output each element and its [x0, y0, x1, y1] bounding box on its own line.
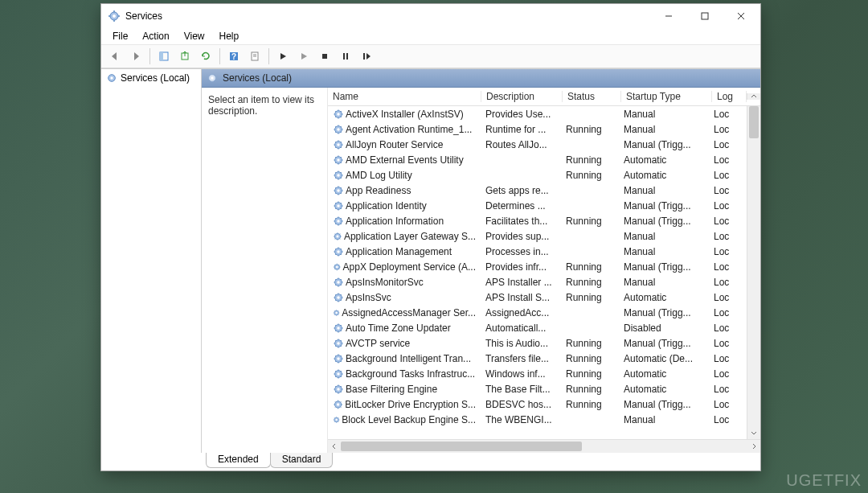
service-row[interactable]: Base Filtering EngineThe Base Filt...Run… [328, 381, 760, 396]
service-row[interactable]: ActiveX Installer (AxInstSV)Provides Use… [328, 106, 760, 121]
service-icon [333, 261, 342, 273]
service-row[interactable]: Application InformationFacilitates th...… [328, 213, 760, 228]
service-row[interactable]: App ReadinessGets apps re...ManualLoc [328, 183, 760, 198]
minimize-button[interactable] [650, 5, 686, 27]
service-row[interactable]: AllJoyn Router ServiceRoutes AllJo...Man… [328, 137, 760, 152]
export-button[interactable] [175, 47, 194, 66]
stop-service-button[interactable] [315, 47, 334, 66]
svg-line-162 [334, 310, 335, 311]
pause-service-button[interactable] [336, 47, 355, 66]
service-row[interactable]: Application Layer Gateway S...Provides s… [328, 228, 760, 244]
service-name: Application Management [346, 246, 452, 257]
svg-text:?: ? [231, 52, 236, 61]
back-button[interactable] [105, 47, 125, 66]
svg-line-42 [335, 126, 336, 127]
svg-point-197 [337, 372, 340, 376]
service-startup: Manual [619, 414, 709, 425]
tab-standard[interactable]: Standard [270, 453, 334, 468]
help-button[interactable]: ? [224, 47, 244, 66]
scroll-down-arrow[interactable] [747, 426, 760, 439]
svg-line-93 [341, 208, 342, 209]
svg-point-127 [336, 265, 338, 268]
col-startup-type[interactable]: Startup Type [621, 91, 712, 102]
vertical-scrollbar[interactable] [747, 106, 760, 439]
col-logon[interactable]: Log [712, 91, 747, 102]
service-row[interactable]: Block Level Backup Engine S...The WBENGI… [328, 412, 760, 427]
service-name: AppX Deployment Service (A... [343, 261, 476, 273]
titlebar[interactable]: Services [101, 4, 760, 28]
service-row[interactable]: AssignedAccessManager Ser...AssignedAcc.… [328, 305, 760, 320]
service-row[interactable]: AMD Log UtilityRunningAutomaticLoc [328, 167, 760, 183]
svg-line-113 [340, 238, 341, 239]
service-desc: Determines ... [481, 200, 561, 212]
svg-line-155 [335, 300, 336, 301]
forward-button[interactable] [126, 47, 145, 66]
service-row[interactable]: ApsInsMonitorSvcAPS Installer ...Running… [328, 274, 760, 290]
svg-point-37 [337, 128, 340, 131]
svg-line-145 [335, 285, 336, 286]
menu-view[interactable]: View [178, 29, 211, 43]
service-status: Running [561, 216, 619, 227]
maximize-button[interactable] [686, 5, 723, 27]
service-row[interactable]: BitLocker Drive Encryption S...BDESVC ho… [328, 396, 760, 412]
svg-line-112 [335, 233, 336, 234]
col-name[interactable]: Name [328, 91, 481, 102]
start-service-button[interactable] [273, 47, 293, 66]
service-row[interactable]: AVCTP serviceThis is Audio...RunningManu… [328, 335, 760, 351]
service-icon [333, 185, 344, 196]
service-row[interactable]: Background Intelligent Tran...Transfers … [328, 351, 760, 366]
service-row[interactable]: Application IdentityDetermines ...Manual… [328, 198, 760, 213]
service-desc: Routes AllJo... [481, 139, 561, 150]
service-startup: Manual (Trigg... [619, 307, 709, 318]
svg-line-103 [341, 224, 342, 224]
col-description[interactable]: Description [481, 91, 563, 102]
svg-line-34 [341, 111, 342, 112]
description-panel: Select an item to view its description. [202, 88, 327, 453]
svg-point-137 [337, 281, 340, 284]
svg-point-27 [337, 113, 340, 116]
scrollbar-thumb-h[interactable] [341, 442, 582, 451]
service-row[interactable]: Auto Time Zone UpdaterAutomaticall...Dis… [328, 320, 760, 335]
service-row[interactable]: Agent Activation Runtime_1...Runtime for… [328, 121, 760, 137]
scroll-right-arrow[interactable] [747, 440, 760, 453]
service-desc: APS Install S... [481, 292, 561, 303]
svg-point-207 [337, 388, 340, 391]
col-status[interactable]: Status [563, 91, 621, 102]
service-icon [333, 292, 344, 303]
svg-line-62 [335, 157, 336, 158]
service-icon [333, 200, 344, 212]
menu-file[interactable]: File [106, 29, 134, 43]
service-row[interactable]: Application ManagementProcesses in...Man… [328, 244, 760, 259]
svg-line-133 [339, 269, 340, 269]
svg-line-52 [335, 142, 336, 142]
restart-service-button[interactable] [357, 47, 376, 66]
service-logon: Loc [709, 399, 743, 410]
service-icon [333, 368, 344, 380]
start-service-button-2[interactable] [294, 47, 313, 66]
properties-button[interactable] [245, 47, 264, 66]
service-logon: Loc [709, 170, 743, 181]
scrollbar-thumb[interactable] [749, 106, 759, 138]
tab-extended[interactable]: Extended [206, 453, 271, 468]
refresh-button[interactable] [196, 47, 215, 66]
svg-line-45 [335, 132, 336, 133]
service-row[interactable]: ApsInsSvcAPS Install S...RunningAutomati… [328, 290, 760, 305]
scroll-up-arrow[interactable] [747, 93, 760, 100]
show-hide-button[interactable] [154, 47, 174, 66]
service-row[interactable]: AppX Deployment Service (A...Provides in… [328, 259, 760, 274]
scroll-left-arrow[interactable] [328, 440, 341, 453]
close-button[interactable] [723, 5, 759, 27]
svg-line-55 [335, 147, 336, 148]
svg-line-105 [335, 224, 336, 224]
service-row[interactable]: AMD External Events UtilityRunningAutoma… [328, 152, 760, 167]
service-status: Running [561, 261, 619, 273]
service-startup: Automatic [619, 368, 709, 380]
menu-help[interactable]: Help [213, 29, 246, 43]
menu-action[interactable]: Action [136, 29, 175, 43]
service-desc: Provides infr... [481, 261, 561, 273]
service-row[interactable]: Background Tasks Infrastruc...Windows in… [328, 366, 760, 381]
svg-line-144 [341, 279, 342, 280]
svg-line-203 [341, 376, 342, 377]
horizontal-scrollbar[interactable] [328, 439, 760, 453]
tree-item-services-local[interactable]: Services (Local) [103, 71, 199, 85]
